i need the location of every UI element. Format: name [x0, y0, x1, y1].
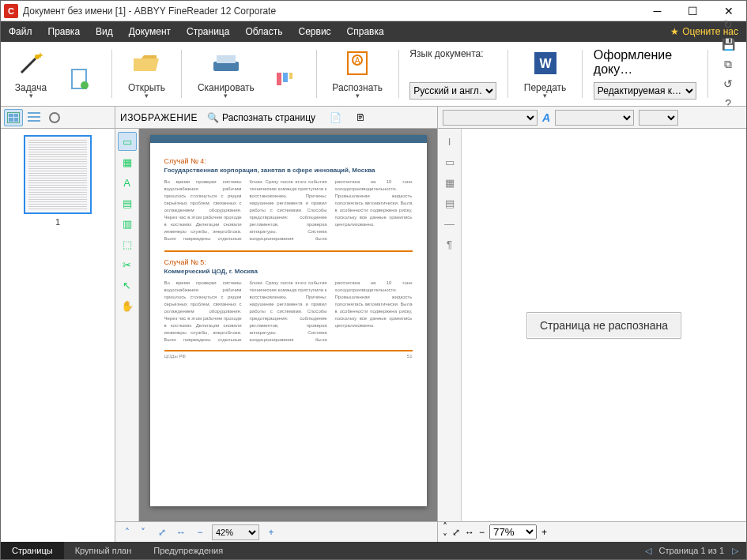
text-zoom-out-icon[interactable]: − [479, 527, 485, 538]
page-footer-number: 51 [407, 354, 413, 359]
save-icon[interactable]: 💾 [719, 36, 738, 53]
tool-barcode-area[interactable]: ▥ [118, 214, 137, 233]
menu-document[interactable]: Документ [121, 21, 179, 42]
tool-recognition-area[interactable]: ⬚ [118, 235, 137, 254]
minimize-button[interactable]: ─ [639, 2, 675, 21]
tool-text-area[interactable]: ▭ [118, 132, 137, 151]
new-doc-button[interactable] [59, 63, 100, 103]
text-tool-table[interactable]: ▦ [440, 173, 459, 192]
share-icon[interactable]: ⧉ [719, 55, 738, 73]
text-panel: A I ▭ ▦ ▤ ― ¶ Страница не распознана ˄ ˅… [438, 107, 746, 542]
undo-icon[interactable]: ↺ [719, 75, 738, 92]
recognize-button[interactable]: A Распознать▾ [327, 46, 387, 103]
font-style-select[interactable] [555, 110, 634, 126]
zoom-select[interactable]: 42% [212, 524, 259, 540]
tool-background-area[interactable]: ▤ [118, 194, 137, 212]
style-select[interactable]: Редактируемая к… [594, 82, 696, 100]
tool-eraser[interactable]: ✂ [118, 255, 137, 274]
page-indicator: Страница 1 из 1 [659, 546, 724, 555]
text-tool-picture[interactable]: ▤ [440, 194, 459, 212]
page-thumbnail-1[interactable] [24, 135, 92, 214]
text-tool-pilcrow[interactable]: ¶ [440, 235, 459, 254]
svg-rect-5 [277, 73, 281, 85]
fit-page-icon[interactable]: ⤢ [155, 525, 169, 539]
text-tool-highlight[interactable]: ▭ [440, 152, 459, 171]
maximize-button[interactable]: ☐ [675, 2, 711, 21]
status-tab-closeup[interactable]: Крупный план [64, 542, 143, 559]
language-select[interactable]: Русский и англ… [409, 82, 496, 100]
gear-icon [49, 112, 60, 123]
task-button[interactable]: Задача▾ [7, 46, 55, 103]
article1-case: Случай № 4: [164, 157, 413, 165]
text-fit-width-icon[interactable]: ↔ [465, 527, 474, 538]
zoom-out-icon[interactable]: − [193, 525, 207, 539]
redo-icon[interactable]: ↻ [719, 16, 738, 33]
statusbar: Страницы Крупный план Предупреждения ◁ С… [1, 542, 746, 559]
send-button[interactable]: W Передать▾ [519, 46, 572, 103]
scan-extra-button[interactable] [264, 63, 305, 103]
window-title: Документ без имени [1] - ABBYY FineReade… [21, 6, 639, 17]
tool-pointer[interactable]: ↖ [118, 276, 137, 295]
page-thumbnail-label: 1 [55, 217, 60, 227]
next-page-icon[interactable]: ▷ [732, 546, 738, 556]
nav-up-icon[interactable]: ˄ [120, 525, 134, 539]
analyze-button[interactable]: 📄 [325, 111, 346, 125]
text-tool-line[interactable]: ― [440, 214, 459, 233]
tool-picture-area[interactable]: A [118, 173, 137, 192]
recognize-page-label: Распознать страницу [222, 112, 315, 123]
menu-area[interactable]: Область [237, 21, 290, 42]
image-canvas[interactable]: Случай № 4: Государственная корпорация, … [139, 129, 437, 521]
new-doc-icon [64, 65, 96, 96]
nav-down-icon[interactable]: ˅ [136, 525, 150, 539]
zoom-in-icon[interactable]: + [264, 525, 278, 539]
image-panel: ИЗОБРАЖЕНИЕ 🔍 Распознать страницу 📄 🖹 ▭ … [115, 107, 438, 542]
svg-rect-4 [217, 55, 236, 63]
tool-table-area[interactable]: ▦ [118, 152, 137, 171]
svg-text:A: A [355, 56, 360, 65]
recognize-icon: A [341, 47, 373, 79]
tool-hand[interactable]: ✋ [118, 296, 137, 315]
save-image-button[interactable]: 🖹 [351, 111, 370, 125]
article2-body: Во время проверки системы водоснабжения … [164, 280, 413, 344]
folder-open-icon [130, 47, 162, 79]
not-recognized-message: Страница не распознана [526, 312, 681, 339]
scanned-page: Случай № 4: Государственная корпорация, … [150, 135, 427, 506]
text-tool-cursor[interactable]: I [440, 132, 459, 151]
thumbnail-view-button[interactable] [4, 109, 23, 126]
word-icon: W [530, 47, 561, 79]
ribbon-toolbar: Задача▾ Открыть▾ Сканировать▾ A Распозна… [1, 42, 746, 107]
style-label: Оформление доку… [594, 48, 696, 77]
menu-help[interactable]: Справка [339, 21, 392, 42]
menu-file[interactable]: Файл [1, 21, 40, 42]
text-tool-strip: I ▭ ▦ ▤ ― ¶ [438, 129, 462, 521]
article1-body: Во время проверки системы водоснабжения … [164, 179, 413, 242]
titlebar: C Документ без имени [1] - ABBYY FineRea… [1, 1, 746, 21]
scan-button[interactable]: Сканировать▾ [193, 46, 259, 103]
pages-panel: 1 [1, 107, 115, 542]
star-icon: ★ [670, 26, 679, 37]
text-zoom-in-icon[interactable]: + [541, 527, 547, 538]
text-panel-footer: ˄ ˅ ⤢ ↔ − 77% + [438, 521, 746, 542]
open-button[interactable]: Открыть▾ [123, 46, 170, 103]
app-icon: C [4, 4, 18, 18]
text-nav-up-icon[interactable]: ˄ [443, 521, 447, 532]
recognize-page-button[interactable]: 🔍 Распознать страницу [202, 111, 320, 125]
style-group: Оформление доку… Редактируемая к… [594, 45, 696, 103]
font-size-select[interactable] [639, 110, 678, 126]
menu-page[interactable]: Страница [179, 21, 237, 42]
text-zoom-select[interactable]: 77% [489, 524, 537, 539]
font-family-select[interactable] [443, 110, 538, 126]
font-style-icon[interactable]: A [542, 111, 550, 124]
status-tab-pages[interactable]: Страницы [1, 542, 64, 559]
menu-edit[interactable]: Правка [40, 21, 89, 42]
text-fit-page-icon[interactable]: ⤢ [452, 527, 460, 538]
status-tab-warnings[interactable]: Предупреждения [142, 542, 234, 559]
pages-settings-button[interactable] [45, 109, 64, 126]
menu-service[interactable]: Сервис [291, 21, 339, 42]
fit-width-icon[interactable]: ↔ [174, 525, 188, 539]
list-view-button[interactable] [25, 109, 43, 126]
menu-view[interactable]: Вид [88, 21, 121, 42]
prev-page-icon[interactable]: ◁ [645, 546, 651, 556]
language-group: Язык документа: Русский и англ… [409, 45, 496, 103]
article2-case: Случай № 5: [164, 258, 413, 266]
